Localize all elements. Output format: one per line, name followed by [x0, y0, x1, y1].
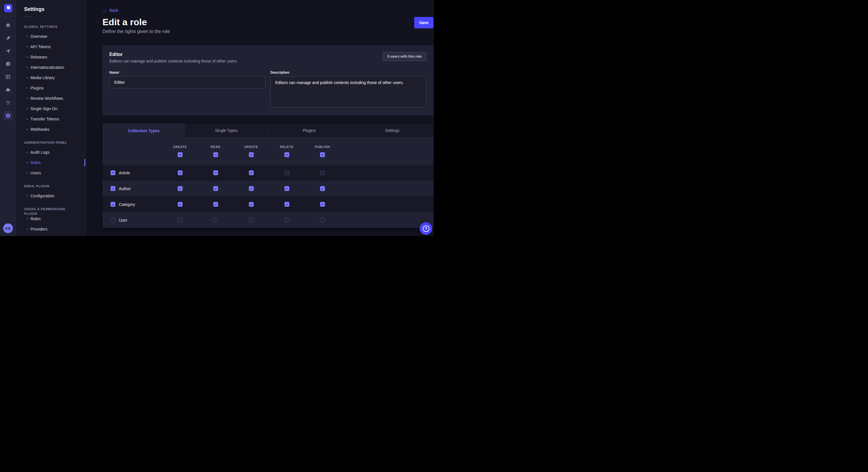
user-read-checkbox[interactable]	[213, 217, 218, 223]
sidebar-item-plugins[interactable]: Plugins	[17, 83, 85, 93]
check-icon	[249, 187, 253, 191]
article-publish-checkbox[interactable]	[320, 170, 325, 175]
author-read-checkbox[interactable]	[213, 186, 218, 191]
home-icon[interactable]	[3, 21, 12, 30]
page-title: Edit a role	[102, 17, 170, 27]
article-read-checkbox[interactable]	[213, 170, 218, 175]
user-create-checkbox[interactable]	[178, 217, 183, 223]
row-author-checkbox[interactable]	[111, 186, 115, 191]
permission-row-category: Category	[102, 196, 433, 212]
sidebar-item-audit-logs[interactable]: Audit Logs	[17, 147, 85, 158]
row-user-checkbox[interactable]	[111, 217, 115, 223]
sidebar-item-users[interactable]: Users	[17, 168, 85, 178]
check-icon	[214, 203, 217, 206]
row-category-checkbox[interactable]	[111, 202, 115, 207]
select-all-update-checkbox[interactable]	[249, 152, 254, 157]
sidebar-item-media-library[interactable]: Media Library	[17, 72, 85, 83]
sidebar-item-overview[interactable]: Overview	[17, 31, 85, 42]
user-avatar[interactable]: KD	[3, 224, 13, 233]
sidebar-item-internationalization[interactable]: Internationalization	[17, 62, 85, 72]
tab-collection-types[interactable]: Collection Types	[102, 123, 185, 138]
bullet-icon	[27, 36, 28, 37]
article-delete-checkbox[interactable]	[284, 170, 289, 175]
indeterminate-dash-icon	[214, 173, 217, 173]
author-create-checkbox[interactable]	[178, 186, 183, 191]
user-delete-checkbox[interactable]	[284, 217, 289, 223]
page-subtitle: Define the rights given to the role	[102, 29, 170, 34]
back-link[interactable]: ← Back	[102, 8, 118, 12]
rail-icon-list	[3, 16, 12, 120]
strapi-admin-app: KD Settings GLOBAL SETTINGSOverviewAPI T…	[0, 0, 434, 236]
perm-column-read: READ	[198, 138, 234, 165]
bullet-icon	[27, 162, 28, 163]
category-publish-checkbox[interactable]	[320, 202, 325, 207]
tab-settings[interactable]: Settings	[351, 123, 433, 138]
author-publish-checkbox[interactable]	[320, 186, 325, 191]
sidebar-item-label: Transfer Tokens	[30, 117, 59, 121]
perm-column-label: CREATE	[173, 145, 187, 148]
cell-author-publish	[305, 186, 340, 191]
cell-article-publish	[305, 170, 340, 175]
description-label: Description	[270, 71, 427, 74]
bullet-icon	[27, 98, 28, 99]
sidebar-item-roles[interactable]: Roles	[17, 214, 85, 224]
permission-row-author: Author	[102, 181, 433, 196]
help-button[interactable]: ?	[420, 222, 432, 235]
select-all-delete-checkbox[interactable]	[284, 152, 289, 157]
sidebar-item-single-sign-on[interactable]: Single Sign-On	[17, 103, 85, 114]
author-update-checkbox[interactable]	[249, 186, 254, 191]
select-all-create-checkbox[interactable]	[178, 152, 183, 157]
sidebar-item-api-tokens[interactable]: API Tokens	[17, 42, 85, 52]
category-read-checkbox[interactable]	[213, 202, 218, 207]
sidebar-item-releases[interactable]: Releases	[17, 52, 85, 62]
subnav-section-heading: USERS & PERMISSIONS PLUGIN	[24, 207, 78, 211]
sidebar-item-transfer-tokens[interactable]: Transfer Tokens	[17, 114, 85, 124]
cloud-icon[interactable]	[3, 85, 12, 94]
category-update-checkbox[interactable]	[249, 202, 254, 207]
category-delete-checkbox[interactable]	[284, 202, 289, 207]
workspace-logo-cell[interactable]	[0, 0, 16, 16]
cart-icon[interactable]	[3, 98, 12, 107]
sidebar-item-label: Users	[30, 171, 41, 175]
cell-user-publish	[305, 217, 340, 223]
subnav-section-heading: EMAIL PLUGIN	[24, 184, 78, 189]
sidebar-item-configuration[interactable]: Configuration	[17, 191, 85, 201]
cell-author-update	[234, 186, 269, 191]
check-icon	[112, 187, 115, 191]
sidebar-item-webhooks[interactable]: Webhooks	[17, 124, 85, 134]
sidebar-item-label: Roles	[30, 160, 41, 165]
save-button[interactable]: Save	[414, 17, 433, 28]
name-input[interactable]	[110, 76, 266, 88]
user-publish-checkbox[interactable]	[320, 217, 325, 223]
article-update-checkbox[interactable]	[249, 170, 254, 175]
row-article-checkbox[interactable]	[111, 170, 115, 175]
description-field-group: Description Editors can manage and publi…	[270, 71, 427, 109]
paper-plane-icon[interactable]	[3, 46, 12, 56]
sidebar-item-review-workflows[interactable]: Review Workflows	[17, 93, 85, 103]
category-create-checkbox[interactable]	[178, 202, 183, 207]
bullet-icon	[27, 195, 28, 196]
sidebar-item-roles[interactable]: Roles	[17, 158, 85, 168]
article-create-checkbox[interactable]	[178, 170, 183, 175]
select-all-publish-checkbox[interactable]	[320, 152, 325, 157]
tab-single-types[interactable]: Single Types	[185, 123, 268, 138]
feather-icon[interactable]	[3, 34, 12, 43]
role-name-heading: Editor	[110, 52, 238, 57]
bullet-icon	[27, 119, 28, 120]
users-with-role-button[interactable]: 0 users with this role	[383, 52, 427, 61]
cell-article-update	[234, 170, 269, 175]
gear-icon[interactable]	[3, 111, 12, 120]
select-all-read-checkbox[interactable]	[213, 152, 218, 157]
sidebar-item-providers[interactable]: Providers	[17, 224, 85, 234]
active-item-indicator	[84, 159, 85, 166]
content-type-label: Author	[119, 187, 131, 191]
author-delete-checkbox[interactable]	[284, 186, 289, 191]
perm-column-label: DELETE	[280, 145, 293, 148]
user-update-checkbox[interactable]	[249, 217, 254, 223]
layout-icon[interactable]	[3, 72, 12, 81]
media-library-icon[interactable]	[3, 59, 12, 69]
description-textarea[interactable]: Editors can manage and publish contents …	[270, 76, 427, 107]
page-header: Edit a role Define the rights given to t…	[102, 17, 433, 34]
tab-plugins[interactable]: Plugins	[268, 123, 351, 138]
subnav-section-heading: GLOBAL SETTINGS	[24, 24, 78, 29]
